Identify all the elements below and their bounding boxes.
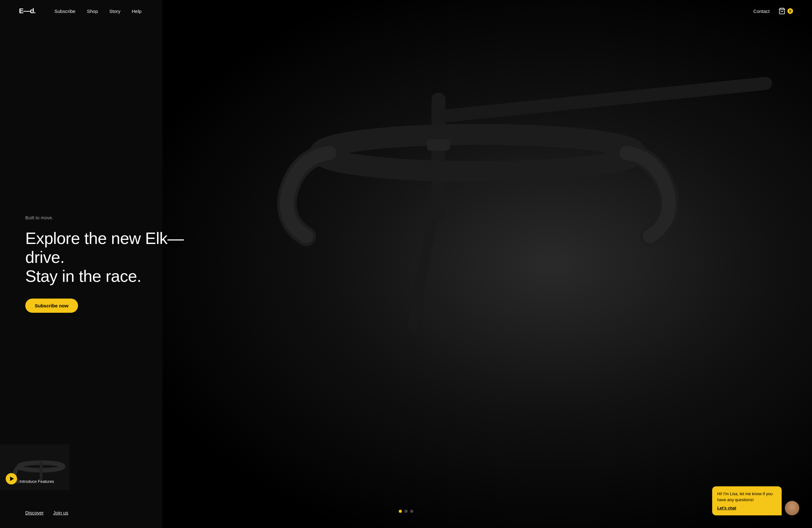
hero-section: Built to move. Explore the new Elk—drive…	[0, 0, 812, 528]
play-icon	[10, 477, 14, 481]
dot-indicator	[399, 510, 413, 513]
nav-links: Subscribe Shop Story Help	[54, 9, 753, 14]
nav-right: Contact 0	[753, 7, 793, 15]
cart-count: 0	[787, 8, 793, 14]
contact-link[interactable]: Contact	[753, 9, 770, 14]
chat-widget: Hi! I'm Lisa, let me know if you have an…	[712, 486, 799, 516]
dot-1[interactable]	[399, 510, 402, 513]
bike-visual	[162, 0, 812, 417]
dot-2[interactable]	[404, 510, 408, 513]
hero-bottom-links: Discover Join us	[25, 510, 68, 515]
thumb-label: Introduce Features	[19, 479, 54, 484]
cart-icon	[779, 7, 785, 15]
nav-link-subscribe[interactable]: Subscribe	[54, 9, 75, 14]
cart-button[interactable]: 0	[779, 7, 793, 15]
navigation: E—d. Subscribe Shop Story Help Contact 0	[0, 0, 812, 22]
subscribe-button[interactable]: Subscribe now	[25, 299, 78, 313]
chat-avatar[interactable]	[785, 501, 799, 515]
video-thumbnail[interactable]: Introduce Features	[0, 444, 70, 490]
join-us-link[interactable]: Join us	[53, 510, 68, 515]
svg-line-5	[413, 223, 432, 325]
chat-cta[interactable]: Let's chat	[717, 506, 736, 510]
hero-headline-line2: Stay in the race.	[25, 267, 141, 285]
nav-link-story[interactable]: Story	[109, 9, 120, 14]
hero-headline-line1: Explore the new Elk—drive.	[25, 229, 184, 266]
hero-background	[162, 0, 812, 528]
hero-content: Built to move. Explore the new Elk—drive…	[0, 215, 221, 313]
hero-headline: Explore the new Elk—drive. Stay in the r…	[25, 229, 196, 286]
chat-greeting: Hi! I'm Lisa, let me know if you have an…	[717, 491, 777, 503]
play-button[interactable]	[6, 473, 17, 484]
svg-point-2	[320, 134, 636, 171]
logo[interactable]: E—d.	[19, 7, 35, 15]
nav-link-shop[interactable]: Shop	[87, 9, 98, 14]
discover-link[interactable]: Discover	[25, 510, 44, 515]
svg-line-4	[446, 83, 766, 116]
dot-3[interactable]	[410, 510, 413, 513]
nav-link-help[interactable]: Help	[132, 9, 142, 14]
svg-rect-3	[427, 139, 450, 151]
chat-bubble: Hi! I'm Lisa, let me know if you have an…	[712, 486, 782, 516]
avatar-image	[785, 501, 799, 515]
hero-tagline: Built to move.	[25, 215, 196, 220]
